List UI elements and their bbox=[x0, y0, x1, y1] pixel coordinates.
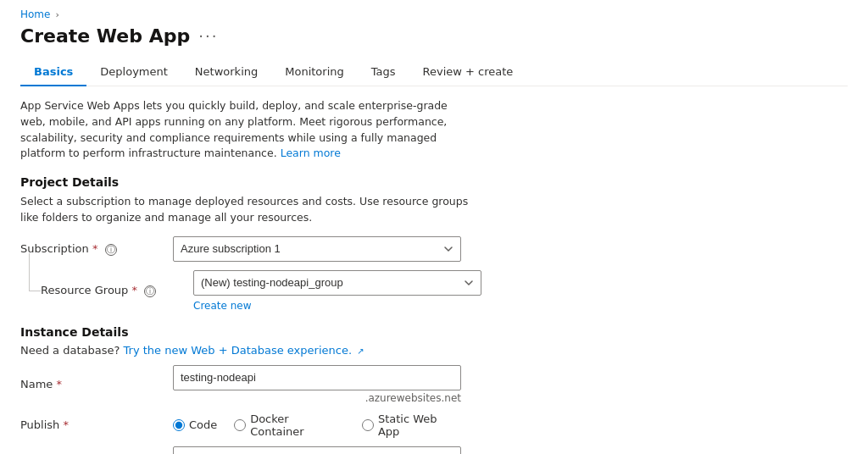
name-label: Name bbox=[20, 378, 173, 390]
page-wrapper: Home › Create Web App ··· Basics Deploym… bbox=[0, 0, 868, 454]
name-input-col: .azurewebsites.net bbox=[173, 365, 461, 404]
instance-details-section: Instance Details Need a database? Try th… bbox=[20, 325, 848, 455]
tab-deployment[interactable]: Deployment bbox=[86, 58, 181, 86]
tab-tags[interactable]: Tags bbox=[358, 58, 409, 86]
publish-code-label: Code bbox=[189, 418, 217, 431]
breadcrumb: Home › bbox=[20, 8, 848, 20]
subscription-input-col: Azure subscription 1 bbox=[173, 236, 461, 262]
publish-static-label: Static Web App bbox=[378, 412, 461, 438]
resource-group-row: Resource Group ⓘ (New) testing-nodeapi_g… bbox=[41, 270, 848, 312]
project-details-description: Select a subscription to manage deployed… bbox=[20, 194, 470, 226]
instance-database-desc: Need a database? Try the new Web + Datab… bbox=[20, 344, 848, 357]
name-input-wrapper: .azurewebsites.net bbox=[173, 365, 461, 404]
database-text: Need a database? bbox=[20, 344, 120, 357]
breadcrumb-home-link[interactable]: Home bbox=[20, 8, 50, 20]
project-details-section: Project Details Select a subscription to… bbox=[20, 175, 848, 312]
page-header: Create Web App ··· bbox=[20, 25, 848, 47]
publish-code-radio[interactable] bbox=[173, 419, 185, 431]
learn-more-link[interactable]: Learn more bbox=[281, 147, 341, 159]
subscription-label: Subscription ⓘ bbox=[20, 242, 173, 256]
page-menu-icon[interactable]: ··· bbox=[198, 27, 218, 45]
publish-static-option[interactable]: Static Web App bbox=[362, 412, 461, 438]
description-text-content: App Service Web Apps lets you quickly bu… bbox=[20, 99, 448, 159]
tab-review[interactable]: Review + create bbox=[409, 58, 527, 86]
publish-row: Publish Code Docker Container Static Web… bbox=[20, 412, 848, 438]
publish-radio-group: Code Docker Container Static Web App bbox=[173, 412, 461, 438]
runtime-select[interactable]: Node 18 LTS bbox=[173, 446, 461, 455]
resource-group-info-icon[interactable]: ⓘ bbox=[144, 285, 156, 297]
name-row: Name .azurewebsites.net bbox=[20, 365, 848, 404]
instance-details-title: Instance Details bbox=[20, 325, 848, 339]
create-new-resource-group-link[interactable]: Create new bbox=[193, 300, 252, 312]
resource-group-label: Resource Group ⓘ bbox=[41, 284, 193, 297]
publish-static-radio[interactable] bbox=[362, 419, 374, 431]
tab-monitoring[interactable]: Monitoring bbox=[271, 58, 358, 86]
tabs-bar: Basics Deployment Networking Monitoring … bbox=[20, 58, 848, 86]
resource-group-input-col: (New) testing-nodeapi_group Create new bbox=[193, 270, 481, 312]
publish-code-option[interactable]: Code bbox=[173, 418, 217, 431]
breadcrumb-separator: › bbox=[55, 9, 58, 20]
subscription-info-icon[interactable]: ⓘ bbox=[105, 244, 117, 256]
publish-docker-label: Docker Container bbox=[250, 412, 345, 438]
publish-input-col: Code Docker Container Static Web App bbox=[173, 412, 461, 438]
publish-docker-radio[interactable] bbox=[234, 419, 246, 431]
publish-docker-option[interactable]: Docker Container bbox=[234, 412, 345, 438]
project-details-title: Project Details bbox=[20, 175, 848, 189]
name-suffix: .azurewebsites.net bbox=[173, 392, 461, 404]
publish-label: Publish bbox=[20, 418, 173, 431]
runtime-input-col: Node 18 LTS bbox=[173, 446, 461, 455]
name-input[interactable] bbox=[173, 365, 461, 390]
runtime-row: Runtime stack Node 18 LTS bbox=[20, 446, 848, 455]
database-link[interactable]: Try the new Web + Database experience. ↗ bbox=[124, 344, 364, 357]
tab-networking[interactable]: Networking bbox=[181, 58, 271, 86]
subscription-select[interactable]: Azure subscription 1 bbox=[173, 236, 461, 262]
resource-group-select[interactable]: (New) testing-nodeapi_group bbox=[193, 270, 481, 296]
external-link-icon: ↗ bbox=[357, 346, 364, 356]
page-description: App Service Web Apps lets you quickly bu… bbox=[20, 98, 470, 162]
page-title: Create Web App bbox=[20, 25, 190, 47]
tab-basics[interactable]: Basics bbox=[20, 58, 86, 86]
subscription-row: Subscription ⓘ Azure subscription 1 bbox=[20, 236, 848, 262]
